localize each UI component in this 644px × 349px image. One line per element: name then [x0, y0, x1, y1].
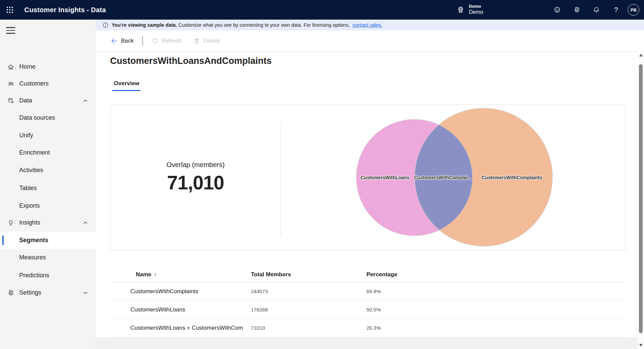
sidebar-item-insights[interactable]: Insights — [0, 214, 96, 231]
scrollbar-thumb[interactable] — [639, 64, 643, 333]
cell-percentage: 20.3% — [366, 325, 625, 331]
sidebar-item-predictions[interactable]: Predictions — [0, 267, 96, 284]
sidebar-item-data-sources[interactable]: Data sources — [0, 109, 96, 126]
info-icon — [103, 22, 108, 28]
cell-name: CustomersWithComplaints — [110, 288, 251, 295]
cell-name: CustomersWithLoans — [110, 306, 251, 313]
scrollbar-down-arrow[interactable] — [639, 344, 643, 347]
sidebar-item-tables[interactable]: Tables — [0, 180, 96, 197]
table-row[interactable]: CustomersWithComplaints 244073 69.9% — [110, 282, 625, 301]
environment-name: Demo Demo — [469, 4, 483, 15]
app-title: Customer Insights - Data — [24, 6, 106, 14]
user-avatar[interactable]: PB — [628, 4, 639, 16]
venn-left-label: CustomersWithLoans — [361, 175, 410, 180]
left-navigation: Home Customers Data Data sources — [0, 20, 96, 349]
cell-name: CustomersWithLoans + CustomersWithCom — [110, 325, 251, 331]
cell-total-members: 244073 — [251, 288, 366, 294]
table-row[interactable]: CustomersWithLoans 176268 50.5% — [110, 301, 625, 319]
cell-percentage: 50.5% — [366, 307, 625, 312]
refresh-button[interactable]: Refresh — [148, 36, 185, 47]
selected-accent-bar — [2, 235, 4, 245]
venn-right-label: CustomersWithComplaints — [482, 175, 542, 180]
command-bar: Back Refresh Delete — [96, 30, 644, 51]
cell-total-members: 71010 — [251, 325, 366, 331]
back-button[interactable]: Back — [107, 35, 137, 47]
column-header-name[interactable]: Name ↑ — [110, 271, 251, 278]
chevron-down-icon — [83, 290, 88, 296]
sort-ascending-icon: ↑ — [154, 272, 157, 277]
overlap-card: Overlap (members) 71,010 CustomersWithLo… — [110, 104, 625, 250]
vertical-scrollbar[interactable] — [638, 51, 644, 349]
venn-overlap-label: CustomersWithComplai... — [414, 175, 471, 180]
scrollbar-up-arrow[interactable] — [639, 54, 643, 56]
chevron-up-icon — [83, 220, 88, 226]
help-icon[interactable]: ? — [606, 0, 626, 20]
sidebar-item-unify[interactable]: Unify — [0, 127, 96, 144]
database-icon — [7, 97, 15, 104]
back-arrow-icon — [110, 37, 118, 45]
lightbulb-icon — [7, 219, 15, 227]
page-bottom-area — [96, 337, 638, 349]
gear-icon — [7, 289, 15, 297]
column-header-total-members[interactable]: Total Members — [251, 271, 366, 278]
column-header-percentage[interactable]: Percentage — [366, 271, 625, 278]
nav-collapse-hamburger-icon[interactable] — [6, 24, 20, 37]
sample-data-banner: You’re viewing sample data. Customize wh… — [96, 20, 644, 30]
people-icon — [7, 80, 15, 88]
sidebar-item-home[interactable]: Home — [0, 58, 96, 75]
chevron-up-icon — [83, 98, 88, 103]
sidebar-item-exports[interactable]: Exports — [0, 197, 96, 214]
sidebar-item-enrichment[interactable]: Enrichment — [0, 144, 96, 161]
table-row[interactable]: CustomersWithLoans + CustomersWithCom 71… — [110, 319, 625, 337]
sidebar-item-settings[interactable]: Settings — [0, 284, 96, 301]
app-launcher-waffle-icon[interactable] — [0, 0, 20, 20]
refresh-icon — [152, 38, 159, 45]
environment-globe-icon — [457, 6, 465, 14]
sidebar-item-activities[interactable]: Activities — [0, 162, 96, 179]
home-icon — [7, 63, 15, 71]
notifications-bell-icon[interactable] — [587, 0, 606, 20]
sidebar-item-measures[interactable]: Measures — [0, 249, 96, 266]
settings-gear-icon[interactable] — [567, 0, 587, 20]
table-header-row: Name ↑ Total Members Percentage — [110, 267, 625, 282]
cell-total-members: 176268 — [251, 307, 366, 312]
banner-bold-text: You’re viewing sample data. — [112, 22, 177, 28]
page-title: CustomersWithLoansAndComplaints — [110, 56, 272, 66]
sidebar-item-customers[interactable]: Customers — [0, 75, 96, 92]
delete-button[interactable]: Delete — [190, 36, 223, 47]
tab-active-underline — [112, 90, 140, 91]
cell-percentage: 69.9% — [366, 288, 625, 294]
environment-picker[interactable]: Demo Demo — [457, 4, 483, 15]
contact-sales-link[interactable]: contact sales. — [353, 22, 383, 28]
feedback-smiley-icon[interactable] — [547, 0, 567, 20]
toolbar-divider — [143, 36, 143, 46]
top-app-bar: Customer Insights - Data Demo Demo — [0, 0, 644, 20]
sidebar-item-data[interactable]: Data — [0, 92, 96, 109]
tab-overview[interactable]: Overview — [114, 80, 139, 87]
banner-text: Customize what you see by connecting to … — [177, 22, 351, 28]
segment-overview-page: CustomersWithLoansAndComplaints Overview… — [96, 51, 638, 349]
segments-table: Name ↑ Total Members Percentage Customer… — [110, 267, 625, 337]
sidebar-item-segments[interactable]: Segments — [0, 232, 96, 249]
trash-icon — [193, 38, 200, 45]
